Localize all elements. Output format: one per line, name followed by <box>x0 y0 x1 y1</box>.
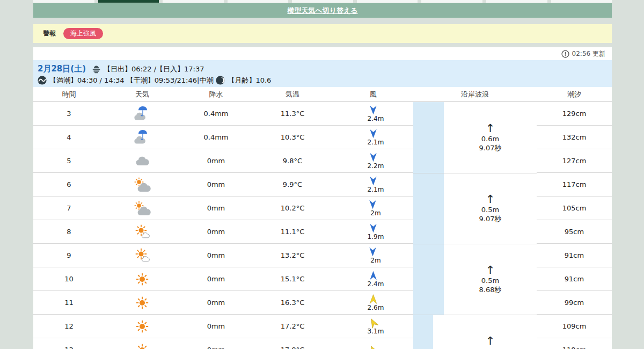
col-header-wave: 沿岸波浪 <box>413 87 537 101</box>
wind-speed: 1.9m <box>368 233 384 241</box>
weather-icon <box>133 271 151 287</box>
wave-group: ↑ <box>444 315 537 349</box>
temp-cell: 10.2°C <box>252 197 333 220</box>
precip-cell: 0mm <box>180 220 252 244</box>
tide-cell: 109cm <box>537 315 612 338</box>
switch-view-link[interactable]: 横型天気へ切り替える <box>287 6 357 16</box>
wind-cell: 2m <box>333 244 413 267</box>
weather-icon <box>133 153 151 169</box>
wind-speed: 2m <box>370 257 380 264</box>
weather-icon <box>133 224 151 240</box>
time-cell: 7 <box>33 197 105 220</box>
wind-speed: 3.1m <box>368 328 384 335</box>
wave-height: 0.6m <box>481 134 499 143</box>
time-cell: 12 <box>33 315 105 338</box>
top-tab[interactable] <box>33 0 94 3</box>
top-tab[interactable] <box>551 0 612 3</box>
wind-arrow-icon <box>369 246 377 257</box>
time-cell: 6 <box>33 173 105 197</box>
col-header-weather: 天気 <box>105 87 180 101</box>
tide-icon <box>38 76 47 85</box>
weather-icon <box>133 295 151 311</box>
update-time-bar: 02:56 更新 <box>561 47 605 60</box>
col-header-tide: 潮汐 <box>537 87 612 101</box>
time-cell: 3 <box>33 102 105 126</box>
wind-cell: 2.1m <box>333 126 413 149</box>
wave-direction-icon: ↑ <box>486 193 495 205</box>
warning-label: 警報 <box>43 29 56 38</box>
date-title: 2月28日(土) <box>38 64 86 74</box>
top-tab[interactable] <box>421 0 482 3</box>
wave-period: 9.07秒 <box>479 214 502 223</box>
wind-cell: 2.4m <box>333 102 413 126</box>
wave-group: ↑ 0.5m 8.68秒 <box>444 244 537 315</box>
wind-arrow-icon <box>369 176 377 186</box>
wind-arrow-icon <box>369 270 377 281</box>
time-cell: 13 <box>33 338 105 349</box>
wind-speed: 2.1m <box>368 186 384 193</box>
precip-cell: 0mm <box>180 315 252 338</box>
temp-cell: 9.9°C <box>252 173 333 197</box>
time-cell: 4 <box>33 126 105 149</box>
wind-arrow-icon <box>369 223 377 234</box>
weather-cell <box>105 291 180 315</box>
tide-cell: 105cm <box>537 197 612 220</box>
tide-cell: 118cm <box>537 338 612 349</box>
col-header-precip: 降水 <box>180 87 252 101</box>
wind-speed: 2.4m <box>368 280 384 288</box>
wave-direction-icon: ↑ <box>486 122 495 134</box>
wind-speed: 2.2m <box>368 162 384 170</box>
weather-icon <box>133 106 151 122</box>
weather-cell <box>105 315 180 338</box>
wind-arrow-icon <box>369 128 377 139</box>
precip-cell: 0mm <box>180 291 252 315</box>
weather-cell <box>105 244 180 267</box>
precip-cell: 0.4mm <box>180 126 252 149</box>
top-tab[interactable] <box>163 0 224 3</box>
precip-cell: 0mm <box>180 173 252 197</box>
sunrise-sunset-info: 【日出】06:22 /【日入】17:37 <box>104 64 204 74</box>
wave-height-bar <box>413 102 444 315</box>
forecast-card: 02:56 更新 2月28日(土) 【日出】06:22 /【日入】17:37 【… <box>33 47 612 349</box>
tide-cell: 91cm <box>537 244 612 267</box>
precip-cell: 0mm <box>180 338 252 349</box>
moon-icon <box>216 76 225 85</box>
tide-info: 【満潮】04:30 / 14:34 【干潮】09:53/21:46|中潮 <box>49 76 213 85</box>
time-cell: 5 <box>33 149 105 173</box>
tide-cell: 95cm <box>537 220 612 244</box>
time-cell: 9 <box>33 244 105 267</box>
wave-height-bar <box>413 315 433 349</box>
top-tab-selected[interactable] <box>98 0 159 3</box>
wave-height: 0.5m <box>481 205 499 214</box>
update-time: 02:56 更新 <box>572 49 605 59</box>
wave-group-divider <box>413 173 537 173</box>
wave-group-divider <box>413 315 537 315</box>
wave-period: 9.07秒 <box>479 143 502 152</box>
wave-group: ↑ 0.6m 9.07秒 <box>444 102 537 173</box>
top-tab[interactable] <box>357 0 418 3</box>
top-tab[interactable] <box>292 0 353 3</box>
weather-icon <box>133 342 151 349</box>
weather-cell <box>105 267 180 291</box>
top-tab[interactable] <box>486 0 547 3</box>
temp-cell: 10.3°C <box>252 126 333 149</box>
wind-cell: 2.2m <box>333 149 413 173</box>
time-cell: 8 <box>33 220 105 244</box>
temp-cell: 13.2°C <box>252 244 333 267</box>
col-header-temp: 気温 <box>252 87 333 101</box>
tide-cell: 117cm <box>537 173 612 197</box>
warning-badge[interactable]: 海上強風 <box>63 28 103 39</box>
precip-cell: 0.4mm <box>180 102 252 126</box>
wind-speed: 2.6m <box>368 304 384 311</box>
wave-height: 0.5m <box>481 276 499 285</box>
weather-cell <box>105 220 180 244</box>
weather-icon <box>133 248 151 264</box>
wind-speed: 2.4m <box>368 115 384 122</box>
wind-cell <box>333 338 413 349</box>
weather-cell <box>105 197 180 220</box>
wave-period: 8.68秒 <box>479 285 502 294</box>
temp-cell: 11.3°C <box>252 102 333 126</box>
time-cell: 11 <box>33 291 105 315</box>
weather-icon <box>133 318 151 335</box>
top-tab[interactable] <box>228 0 289 3</box>
